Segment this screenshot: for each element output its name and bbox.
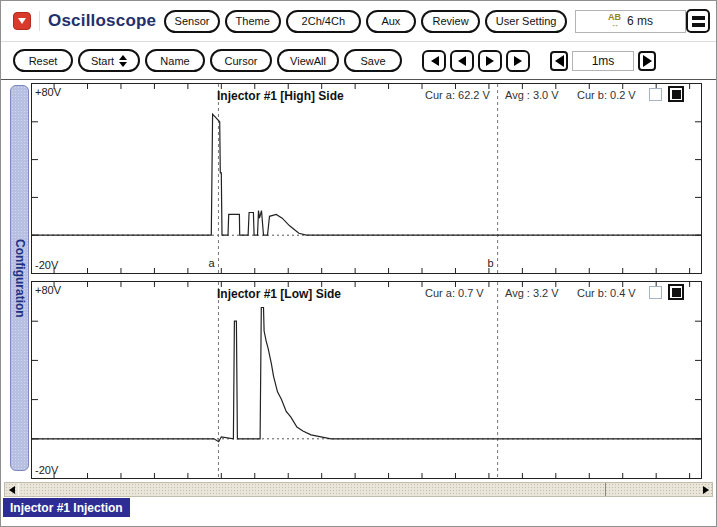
up-down-spinner-icon <box>119 55 127 67</box>
right-triangle-icon <box>643 55 652 67</box>
cursor-a-label: a <box>208 257 214 269</box>
oscilloscope-window: Oscilloscope Sensor Theme 2Ch/4Ch Aux Re… <box>0 0 717 527</box>
step-forward-button[interactable] <box>478 50 502 72</box>
title-divider <box>39 11 40 31</box>
chart-low-side: Injector #1 [Low] Side Cur a: 0.7 V Avg … <box>31 281 702 479</box>
toolbar-separator <box>1 79 716 80</box>
skip-to-end-button[interactable] <box>506 50 530 72</box>
viewall-button[interactable]: ViewAll <box>277 49 339 72</box>
right-triangle-icon <box>514 56 522 66</box>
menu-burger-button[interactable] <box>686 9 710 33</box>
avg-reading: Avg : 3.2 V <box>505 287 559 299</box>
checkbox-fill-icon <box>672 288 681 297</box>
horizontal-scrollbar[interactable] <box>4 482 713 497</box>
left-triangle-icon <box>431 56 439 66</box>
chart-high-side: Injector #1 [High] Side Cur a: 62.2 V Av… <box>31 83 702 274</box>
start-select-button[interactable]: Start <box>78 49 140 72</box>
y-axis-max-label: +80V <box>35 86 61 98</box>
toolbar-row-1: Oscilloscope Sensor Theme 2Ch/4Ch Aux Re… <box>1 1 716 42</box>
timebase-increase-button[interactable] <box>638 51 656 71</box>
y-axis-min-label: -20V <box>35 259 58 271</box>
chart-title: Injector #1 [High] Side <box>217 89 344 103</box>
timebase-value: 1ms <box>572 51 634 71</box>
timebase-group: 1ms <box>550 51 656 71</box>
channel-checkbox-unchecked[interactable] <box>649 286 662 299</box>
channel-checkbox-checked[interactable] <box>668 284 684 300</box>
toolbar-row-2: Reset Start Name Cursor ViewAll Save <box>1 43 716 78</box>
cursor-a-reading: Cur a: 62.2 V <box>425 89 490 101</box>
right-triangle-icon <box>703 486 709 494</box>
cursor-b-reading: Cur b: 0.4 V <box>577 287 636 299</box>
channel-checkbox-checked[interactable] <box>668 86 684 102</box>
name-button[interactable]: Name <box>145 49 205 72</box>
avg-reading: Avg : 3.0 V <box>505 89 559 101</box>
configuration-tab[interactable]: Configuration <box>10 85 29 471</box>
aux-button[interactable]: Aux <box>366 10 416 33</box>
cursor-button[interactable]: Cursor <box>210 49 272 72</box>
down-arrow-icon <box>18 18 26 24</box>
left-triangle-icon <box>458 56 466 66</box>
reset-button[interactable]: Reset <box>13 49 73 72</box>
right-triangle-icon <box>486 56 494 66</box>
sensor-button[interactable]: Sensor <box>164 10 220 33</box>
burger-bar-icon <box>692 23 705 27</box>
checkbox-fill-icon <box>672 90 681 99</box>
cursor-b-label: b <box>488 257 494 269</box>
channel-mode-button[interactable]: 2Ch/4Ch <box>286 10 362 33</box>
ab-time-value: 6 ms <box>627 14 653 28</box>
app-title: Oscilloscope <box>48 11 156 31</box>
left-triangle-icon <box>555 55 564 67</box>
theme-button[interactable]: Theme <box>225 10 281 33</box>
chart-title: Injector #1 [Low] Side <box>217 287 341 301</box>
ab-cursor-icon: AB↔ <box>608 13 621 29</box>
timebase-decrease-button[interactable] <box>550 51 568 71</box>
y-axis-max-label: +80V <box>35 284 61 296</box>
scroll-right-button[interactable] <box>699 483 712 496</box>
review-button[interactable]: Review <box>421 10 481 33</box>
cursor-b-reading: Cur b: 0.2 V <box>577 89 636 101</box>
start-label: Start <box>91 55 114 67</box>
record-name-label: Injector #1 Injection <box>3 498 130 517</box>
scrollbar-thumb[interactable] <box>18 483 606 496</box>
record-nav-group <box>418 50 530 72</box>
channel-checkbox-unchecked[interactable] <box>649 88 662 101</box>
cursor-a-reading: Cur a: 0.7 V <box>425 287 484 299</box>
ab-time-display: AB↔ 6 ms <box>575 10 686 33</box>
scroll-left-button[interactable] <box>5 483 18 496</box>
y-axis-min-label: -20V <box>35 464 58 476</box>
waveform-plot <box>32 84 701 273</box>
user-setting-button[interactable]: User Setting <box>485 10 566 33</box>
left-triangle-icon <box>9 486 15 494</box>
configuration-tab-label: Configuration <box>13 239 27 318</box>
app-menu-dropdown-icon[interactable] <box>13 12 31 30</box>
step-back-button[interactable] <box>450 50 474 72</box>
save-button[interactable]: Save <box>344 49 402 72</box>
waveform-plot <box>32 282 701 478</box>
skip-to-start-button[interactable] <box>422 50 446 72</box>
burger-bar-icon <box>692 16 705 20</box>
